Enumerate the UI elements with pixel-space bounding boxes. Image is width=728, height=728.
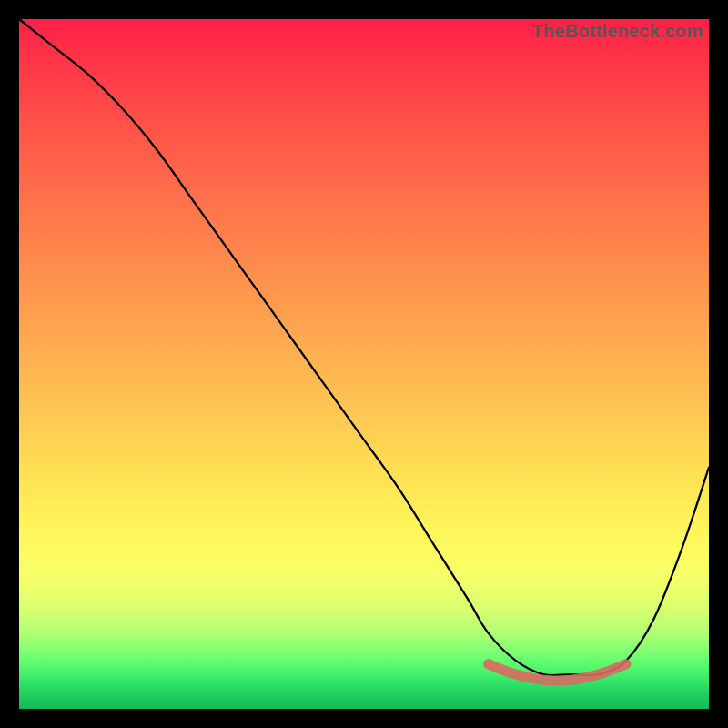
main-curve-path (19, 19, 709, 675)
chart-frame: TheBottleneck.com (0, 0, 728, 728)
plot-area: TheBottleneck.com (19, 19, 709, 709)
curve-layer (19, 19, 709, 709)
highlight-band-path (488, 664, 626, 681)
